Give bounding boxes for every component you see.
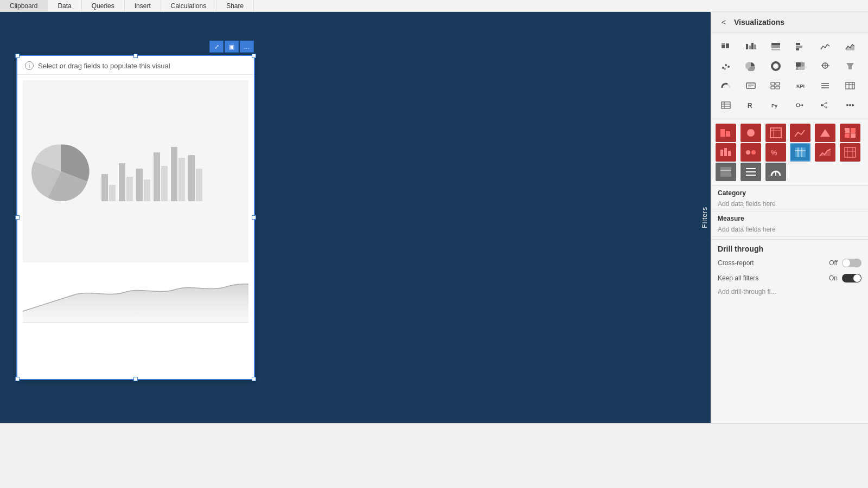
viz-stacked-bar[interactable] [716, 37, 736, 56]
viz-treemap[interactable] [790, 57, 810, 75]
menu-queries[interactable]: Queries [82, 0, 125, 11]
bottom-strip [0, 423, 868, 488]
custom-viz-13[interactable] [716, 163, 736, 181]
area-chart [23, 268, 248, 322]
svg-point-76 [746, 150, 750, 155]
custom-viz-15[interactable] [765, 163, 786, 181]
widget-toolbar: ⤢ ▣ … [209, 41, 254, 53]
menu-clipboard[interactable]: Clipboard [0, 0, 48, 11]
custom-viz-9[interactable]: % [765, 143, 786, 162]
category-field[interactable]: Add data fields here [711, 198, 868, 211]
svg-point-59 [846, 104, 848, 106]
collapse-button[interactable]: < [718, 16, 730, 28]
cross-report-control[interactable]: Off [829, 259, 861, 267]
viz-kpi[interactable]: KPI [790, 76, 810, 95]
viz-matrix[interactable] [716, 96, 736, 114]
viz-scatter[interactable] [716, 57, 736, 75]
bar [178, 158, 185, 201]
custom-viz-11[interactable] [815, 143, 835, 162]
viz-slicer[interactable] [815, 76, 835, 95]
svg-rect-5 [749, 46, 751, 49]
viz-pie[interactable] [741, 57, 761, 75]
filters-strip[interactable]: Filters [699, 12, 711, 423]
viz-more-dots[interactable] [840, 96, 860, 114]
svg-text:%: % [771, 149, 777, 157]
svg-rect-71 [845, 133, 850, 138]
viz-bar-h[interactable] [790, 37, 810, 56]
bar-group-2 [119, 163, 133, 201]
resize-tl[interactable] [15, 54, 20, 58]
drill-through-field[interactable]: Add drill-through fi... [711, 286, 868, 300]
custom-viz-4[interactable] [790, 124, 810, 142]
menu-calculations[interactable]: Calculations [161, 0, 216, 11]
keep-filters-control[interactable]: On [829, 274, 861, 282]
resize-ml[interactable] [15, 215, 20, 220]
resize-tm[interactable] [133, 54, 138, 58]
cross-report-state: Off [829, 259, 838, 267]
svg-rect-72 [851, 133, 856, 138]
viz-r[interactable]: R [741, 96, 761, 114]
keep-filters-toggle[interactable] [842, 274, 861, 282]
filters-label: Filters [701, 207, 709, 228]
measure-field[interactable]: Add data fields here [711, 223, 868, 237]
custom-viz-2[interactable] [741, 124, 761, 142]
custom-viz-5[interactable] [815, 124, 835, 142]
custom-viz-7[interactable] [716, 143, 736, 162]
menu-insert[interactable]: Insert [125, 0, 161, 11]
viz-table[interactable] [840, 76, 860, 95]
custom-viz-12[interactable] [840, 143, 860, 162]
custom-viz-8[interactable] [741, 143, 761, 162]
bar [101, 174, 108, 201]
viz-funnel[interactable] [840, 57, 860, 75]
svg-rect-33 [776, 82, 780, 85]
svg-marker-68 [820, 129, 830, 137]
bar [161, 166, 168, 201]
widget-focus-btn[interactable]: ▣ [225, 41, 239, 53]
bar [126, 177, 133, 201]
viz-line[interactable] [815, 37, 835, 56]
custom-viz-1[interactable] [716, 124, 736, 142]
svg-rect-40 [846, 82, 854, 89]
svg-rect-6 [751, 43, 754, 49]
svg-rect-70 [851, 128, 856, 133]
viz-donut[interactable] [765, 57, 786, 75]
svg-rect-29 [746, 83, 755, 88]
custom-viz-3[interactable] [765, 124, 786, 142]
viz-gauge[interactable] [716, 76, 736, 95]
viz-map[interactable] [815, 57, 835, 75]
widget-expand-btn[interactable]: ⤢ [209, 41, 224, 53]
bar-group-1 [101, 174, 116, 201]
menu-data[interactable]: Data [48, 0, 81, 11]
viz-python[interactable]: Py [765, 96, 786, 114]
svg-point-55 [825, 102, 827, 104]
resize-mr[interactable] [252, 215, 256, 220]
viz-card[interactable] [741, 76, 761, 95]
viz-clustered-bar[interactable] [741, 37, 761, 56]
svg-rect-13 [796, 48, 799, 50]
pie-chart [31, 142, 91, 201]
info-icon: i [25, 61, 34, 70]
resize-bl[interactable] [15, 377, 20, 381]
custom-viz-10-active[interactable] [790, 143, 810, 162]
svg-rect-73 [720, 150, 723, 156]
visual-widget[interactable]: ⤢ ▣ … i Select or drag fields to populat… [16, 55, 255, 380]
resize-tr[interactable] [252, 54, 256, 58]
viz-100pct-bar[interactable] [765, 37, 786, 56]
viz-key-influencers[interactable] [790, 96, 810, 114]
viz-area[interactable] [840, 37, 860, 56]
resize-bm[interactable] [133, 377, 138, 381]
viz-multi-card[interactable] [765, 76, 786, 95]
svg-rect-2 [726, 44, 729, 48]
menu-bar: Clipboard Data Queries Insert Calculatio… [0, 0, 868, 12]
svg-point-17 [727, 66, 730, 68]
resize-br[interactable] [252, 377, 256, 381]
viz-decomp-tree[interactable] [815, 96, 835, 114]
svg-line-57 [823, 103, 825, 105]
svg-rect-75 [728, 151, 731, 156]
custom-viz-14[interactable] [741, 163, 761, 181]
bar-group-4 [154, 152, 168, 201]
widget-more-btn[interactable]: … [240, 41, 254, 53]
cross-report-toggle[interactable] [842, 259, 861, 267]
custom-viz-6[interactable] [840, 124, 860, 142]
menu-share[interactable]: Share [216, 0, 254, 11]
